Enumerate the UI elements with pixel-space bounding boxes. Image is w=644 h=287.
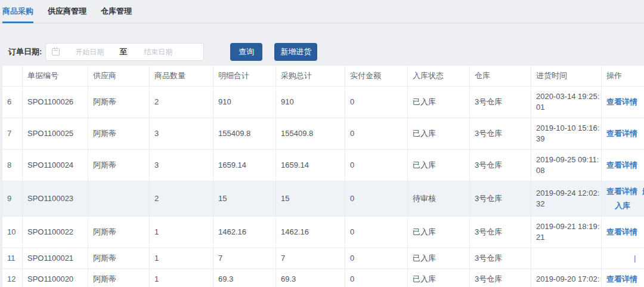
cell-purchase-time: 2019-09-20 17:02: (531, 269, 602, 287)
cell-stock-status: 待审核 (408, 181, 470, 217)
cell-quantity: 1 (150, 217, 213, 248)
table-row: 8SPO1100024阿斯蒂31659.141659.140已入库3号仓库201… (2, 150, 644, 181)
cell-purchase-time: 2019-10-10 15:16:39 (531, 118, 602, 150)
cell-purchase-time: 2019-09-24 12:02:32 (531, 181, 602, 217)
column-header (2, 66, 23, 87)
column-header: 入库状态 (408, 66, 470, 87)
stock-in-link[interactable]: 入库 (615, 201, 630, 210)
cell-stock-status: 已入库 (408, 248, 470, 269)
cell-warehouse: 3号仓库 (470, 181, 531, 217)
cell-quantity: 2 (150, 87, 213, 118)
tab-product-purchase[interactable]: 商品采购 (2, 0, 33, 23)
column-header: 实付金额 (345, 66, 408, 87)
end-date-placeholder: 结束日期 (144, 47, 172, 57)
cell-supplier: 阿斯蒂 (88, 150, 150, 181)
cell-actions: 查看详情删除入库 (602, 181, 644, 217)
filter-bar: 订单日期: 开始日期 至 结束日期 查询 新增进货 (8, 43, 644, 61)
cell-row-index: 9 (2, 181, 23, 217)
table-row: 12SPO1100020阿斯蒂169.369.30已入库3号仓库2019-09-… (2, 269, 644, 287)
cell-order-code: SPO1100022 (23, 217, 88, 248)
cell-quantity: 3 (150, 150, 213, 181)
cell-purchase-total: 7 (276, 248, 345, 269)
cell-quantity: 1 (150, 248, 213, 269)
cell-detail-total: 1659.14 (213, 150, 276, 181)
cell-supplier: 阿斯蒂 (88, 248, 150, 269)
purchase-table: 单据编号供应商商品数量明细合计采购总计实付金额入库状态仓库进货时间操作 6SPO… (2, 65, 644, 287)
cell-stock-status: 已入库 (408, 269, 470, 287)
cell-purchase-total: 1659.14 (276, 150, 345, 181)
date-range-input[interactable]: 开始日期 至 结束日期 (45, 43, 204, 61)
table-row: 7SPO1100025阿斯蒂3155409.8155409.80已入库3号仓库2… (2, 118, 644, 150)
cell-purchase-time: 2020-03-14 19:25:01 (531, 87, 602, 118)
calendar-icon (52, 48, 60, 55)
cell-warehouse: 3号仓库 (470, 269, 531, 287)
column-header: 单据编号 (23, 66, 88, 87)
cell-stock-status: 已入库 (408, 118, 470, 150)
cell-row-index: 7 (2, 118, 23, 150)
cell-purchase-total: 15 (276, 181, 345, 217)
cell-warehouse: 3号仓库 (470, 248, 531, 269)
cell-actions: | (602, 248, 644, 269)
cell-row-index: 11 (2, 248, 23, 269)
view-detail-link[interactable]: 查看详情 (606, 129, 637, 138)
start-date-placeholder: 开始日期 (75, 47, 104, 57)
search-button[interactable]: 查询 (230, 43, 262, 61)
view-detail-link[interactable]: 查看详情 (606, 227, 637, 236)
table-row: 10SPO1100022阿斯蒂11462.161462.160已入库3号仓库20… (2, 217, 644, 248)
cell-order-code: SPO1100024 (23, 150, 88, 181)
column-header: 供应商 (88, 66, 150, 87)
cell-actions: 查看详情 (602, 269, 644, 287)
table-header-row: 单据编号供应商商品数量明细合计采购总计实付金额入库状态仓库进货时间操作 (2, 66, 644, 87)
cell-purchase-time: 2019-09-21 18:19:21 (531, 217, 602, 248)
tab-warehouse-management[interactable]: 仓库管理 (101, 0, 132, 23)
cell-detail-total: 910 (213, 87, 276, 118)
table-row: 6SPO1100026阿斯蒂29109100已入库3号仓库2020-03-14 … (2, 87, 644, 118)
cell-warehouse: 3号仓库 (470, 217, 531, 248)
cell-row-index: 10 (2, 217, 23, 248)
column-header: 进货时间 (531, 66, 602, 87)
cell-purchase-total: 1462.16 (276, 217, 345, 248)
view-detail-link[interactable]: 查看详情 (606, 187, 637, 196)
tab-bar: 商品采购供应商管理仓库管理 (0, 0, 644, 23)
cell-actions: 查看详情 (602, 118, 644, 150)
cell-supplier: 阿斯蒂 (88, 118, 150, 150)
cell-supplier: 阿斯蒂 (88, 217, 150, 248)
view-detail-link[interactable]: 查看详情 (606, 161, 637, 169)
cell-quantity: 3 (150, 118, 213, 150)
table-row: 11SPO1100021阿斯蒂1770已入库3号仓库| (2, 248, 644, 269)
cell-row-index: 12 (2, 269, 23, 287)
cell-row-index: 6 (2, 87, 23, 118)
view-detail-link[interactable]: 查看详情 (606, 274, 637, 283)
cell-detail-total: 15 (213, 181, 276, 217)
cell-stock-status: 已入库 (408, 217, 470, 248)
cell-stock-status: 已入库 (408, 150, 470, 181)
cell-warehouse: 3号仓库 (470, 87, 531, 118)
column-header: 商品数量 (150, 66, 213, 87)
cell-purchase-total: 155409.8 (276, 118, 345, 150)
cell-supplier (88, 181, 150, 217)
cell-paid-amount: 0 (345, 150, 408, 181)
cell-actions: 查看详情 (602, 150, 644, 181)
cell-paid-amount: 0 (345, 217, 408, 248)
cell-quantity: 2 (150, 181, 213, 217)
cell-warehouse: 3号仓库 (470, 150, 531, 181)
cell-actions: 查看详情 (602, 87, 644, 118)
add-purchase-button[interactable]: 新增进货 (274, 43, 317, 61)
cell-paid-amount: 0 (345, 87, 408, 118)
cell-order-code: SPO1100023 (23, 181, 88, 217)
column-header: 操作 (602, 66, 644, 87)
cell-row-index: 8 (2, 150, 23, 181)
cell-order-code: SPO1100025 (23, 118, 88, 150)
cell-detail-total: 155409.8 (213, 118, 276, 150)
order-date-label: 订单日期: (8, 47, 42, 57)
cell-purchase-time: 2019-09-25 09:11:08 (531, 150, 602, 181)
cell-purchase-total: 69.3 (276, 269, 345, 287)
cell-purchase-time (531, 248, 602, 269)
column-header: 明细合计 (213, 66, 276, 87)
column-header: 采购总计 (276, 66, 345, 87)
cell-paid-amount: 0 (345, 118, 408, 150)
action-divider: | (634, 254, 636, 263)
tab-supplier-management[interactable]: 供应商管理 (48, 0, 86, 23)
view-detail-link[interactable]: 查看详情 (606, 97, 637, 106)
cell-paid-amount: 0 (345, 269, 408, 287)
